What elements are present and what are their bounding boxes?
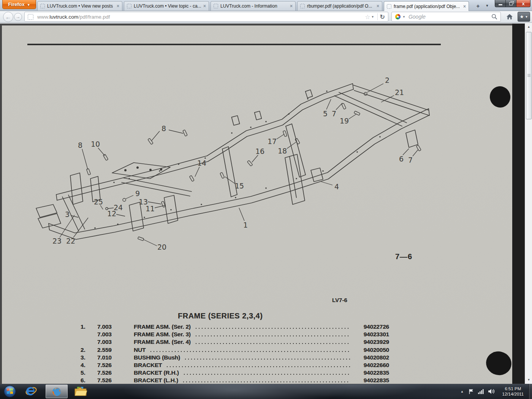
search-icon[interactable] <box>491 14 497 20</box>
parts-cell: 94022835 <box>354 369 389 376</box>
parts-cell: 5. <box>81 369 97 376</box>
network-signal-icon[interactable] <box>478 389 484 394</box>
scroll-down-icon[interactable]: ▼ <box>525 377 532 383</box>
minimize-button[interactable] <box>495 0 506 7</box>
favicon-placeholder-icon <box>40 4 45 8</box>
windows-logo-icon <box>3 385 16 398</box>
parts-list: 1.7.003FRAME ASM. (Ser. 2)940227267.003F… <box>81 323 389 385</box>
dot-leader <box>149 350 350 353</box>
parts-cell: 4. <box>81 362 97 369</box>
parts-cell: 7.003 <box>97 323 134 330</box>
search-placeholder: Google <box>408 14 491 20</box>
url-path: /pdf/frame.pdf <box>78 14 110 20</box>
scrollbar-thumb[interactable] <box>526 32 532 119</box>
window-controls: x <box>495 0 530 7</box>
parts-cell: 94023301 <box>354 331 389 338</box>
url-domain: luvtruck.com <box>49 14 78 20</box>
parts-cell: 94020050 <box>354 347 389 353</box>
page-right-shadow <box>512 24 525 384</box>
tab-title: rbumper.pdf (application/pdf O... <box>307 3 374 9</box>
tab-close-icon[interactable]: × <box>463 4 466 9</box>
search-box[interactable]: ▼ Google <box>391 12 501 22</box>
tab-title: frame.pdf (application/pdf Obje... <box>394 4 461 9</box>
url-www: www. <box>37 14 49 20</box>
tab-title: LUVTruck.com • View topic - ca... <box>134 3 201 9</box>
browser-tab[interactable]: LUVTruck.com • View new posts× <box>37 1 122 11</box>
system-tray: ▲ 6:51 PM 12/14/2011 <box>461 384 529 399</box>
minimize-icon <box>499 4 502 5</box>
list-all-tabs-button[interactable]: ▼ <box>484 2 490 10</box>
chevron-down-icon[interactable]: ▼ <box>402 15 405 19</box>
chevron-down-icon[interactable]: ▼ <box>371 15 374 19</box>
volume-speaker-icon[interactable] <box>488 389 495 394</box>
parts-cell: FRAME ASM. (Ser. 3) <box>134 331 191 338</box>
page-left-edge <box>0 25 2 384</box>
parts-cell: BRACKET <box>134 362 162 369</box>
parts-list-row: 2.2.559NUT94020050 <box>81 347 389 354</box>
parts-cell: 94023929 <box>354 339 389 345</box>
bookmark-star-icon[interactable]: ☆ <box>365 13 370 21</box>
firefox-icon <box>51 385 63 397</box>
internet-explorer-icon[interactable] <box>24 385 39 398</box>
start-button[interactable] <box>2 385 17 398</box>
parts-cell: 7.003 <box>97 331 134 338</box>
browser-tab[interactable]: rbumper.pdf (application/pdf O...× <box>297 1 382 11</box>
parts-cell: BRACKET (L.H.) <box>134 377 178 384</box>
url-text: www.luvtruck.com/pdf/frame.pdf <box>37 14 362 20</box>
google-logo-icon[interactable] <box>395 14 401 20</box>
url-bar[interactable]: www.luvtruck.com/pdf/frame.pdf ☆ ▼ ↻ <box>24 12 388 22</box>
tab-title: LUVTruck.com - Information <box>220 3 288 9</box>
dot-leader <box>183 373 350 375</box>
parts-list-row: 4.7.526BRACKET94022660 <box>81 362 389 369</box>
show-hidden-icons-button[interactable]: ▲ <box>461 390 464 393</box>
clock-date: 12/14/2011 <box>499 391 527 397</box>
action-center-flag-icon[interactable] <box>469 389 474 394</box>
parts-list-heading: FRAME (SERIES 2,3,4) <box>178 312 263 320</box>
bookmarks-button[interactable]: ★▼ <box>518 12 530 22</box>
parts-cell: 7.003 <box>97 339 134 345</box>
parts-list-row: 5.7.526BRACKET (R.H.)94022835 <box>81 369 389 377</box>
clock-time: 6:51 PM <box>499 386 527 391</box>
dot-leader <box>184 358 350 360</box>
tab-close-icon[interactable]: × <box>203 4 206 8</box>
new-tab-button[interactable]: + <box>473 2 483 10</box>
scroll-up-icon[interactable]: ▲ <box>525 24 532 30</box>
home-button[interactable] <box>504 12 515 22</box>
parts-cell: BRACKET (R.H.) <box>134 369 179 376</box>
dot-leader <box>182 381 350 383</box>
parts-cell: 2. <box>81 347 97 353</box>
page-top-edge <box>0 24 525 25</box>
dot-leader <box>195 342 350 345</box>
tab-close-icon[interactable]: × <box>117 4 119 8</box>
divider <box>377 13 378 20</box>
windows-explorer-icon[interactable] <box>73 385 88 398</box>
figure-code: LV7-6 <box>332 297 347 303</box>
parts-cell: 7.526 <box>97 377 134 384</box>
parts-list-row: 7.003FRAME ASM. (Ser. 4)94023929 <box>81 339 389 346</box>
forward-button[interactable]: → <box>14 13 22 21</box>
restore-button[interactable] <box>506 0 516 7</box>
parts-list-row: 1.7.003FRAME ASM. (Ser. 2)94022726 <box>81 323 389 331</box>
parts-cell: FRAME ASM. (Ser. 2) <box>134 323 191 330</box>
firefox-menu-button[interactable]: Firefox▼ <box>2 0 36 9</box>
back-button[interactable]: ← <box>3 12 13 22</box>
favicon-placeholder-icon <box>387 4 391 9</box>
browser-tab[interactable]: frame.pdf (application/pdf Obje...× <box>384 1 469 11</box>
firefox-menu-label: Firefox <box>8 2 24 7</box>
favicon-placeholder-icon <box>214 4 218 8</box>
reload-icon[interactable]: ↻ <box>380 13 385 21</box>
parts-cell: 7.010 <box>97 354 134 361</box>
vertical-scrollbar[interactable]: ▲ ▼ <box>525 23 532 384</box>
parts-cell: 94022726 <box>354 323 389 330</box>
firefox-taskbar-button[interactable] <box>46 385 68 398</box>
page-number: 7—6 <box>395 252 412 261</box>
parts-cell: 94020802 <box>354 354 389 361</box>
chevron-down-icon: ▼ <box>27 3 30 7</box>
show-desktop-button[interactable] <box>529 384 532 399</box>
browser-tab[interactable]: LUVTruck.com • View topic - ca...× <box>124 1 209 11</box>
close-button[interactable]: x <box>516 0 530 7</box>
browser-tab[interactable]: LUVTruck.com - Information× <box>211 1 296 11</box>
tab-close-icon[interactable]: × <box>290 4 293 8</box>
taskbar-clock[interactable]: 6:51 PM 12/14/2011 <box>499 386 527 397</box>
tab-close-icon[interactable]: × <box>377 4 379 8</box>
